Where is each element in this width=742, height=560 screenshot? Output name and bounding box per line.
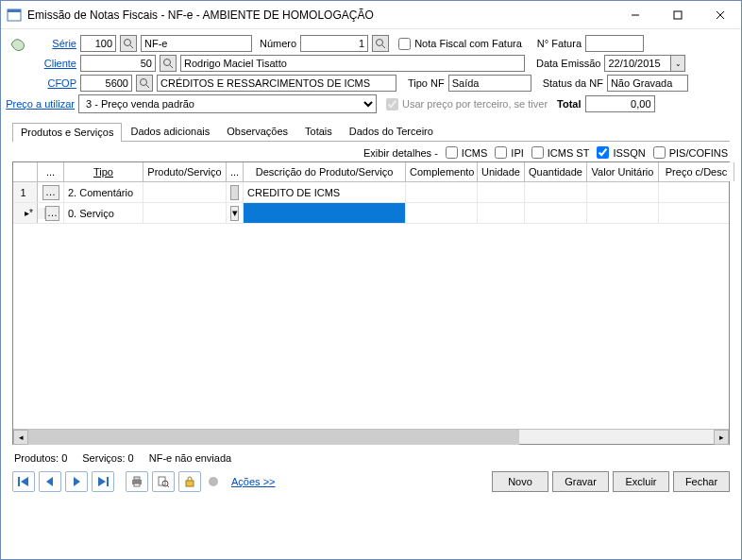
tipo-nf-input[interactable] — [448, 75, 531, 92]
total-input[interactable] — [585, 95, 655, 112]
tab-observacoes[interactable]: Observações — [218, 122, 296, 141]
nav-next-button[interactable] — [65, 471, 88, 492]
cell-tipo[interactable]: 2. Comentário — [64, 182, 143, 202]
svg-marker-16 — [46, 477, 53, 486]
acoes-link[interactable]: Ações >> — [231, 476, 275, 487]
check-pis-cofins[interactable]: PIS/COFINS — [653, 146, 728, 159]
row-lookup-button[interactable] — [230, 185, 239, 200]
minimize-button[interactable] — [614, 1, 656, 28]
cell-qtd[interactable] — [525, 203, 587, 223]
svg-point-6 — [125, 40, 131, 46]
cell-tipo[interactable]: 0. Serviço — [64, 203, 143, 223]
maximize-button[interactable] — [656, 1, 699, 28]
scroll-thumb[interactable] — [28, 430, 519, 445]
cell-uni[interactable] — [478, 182, 525, 202]
close-button[interactable] — [699, 1, 741, 28]
nav-first-button[interactable] — [12, 471, 35, 492]
col-preco-desc[interactable]: Preço c/Desc — [659, 162, 734, 181]
tab-dados-adicionais[interactable]: Dados adicionais — [122, 122, 218, 141]
cell-ps[interactable] — [143, 203, 227, 223]
col-unidade[interactable]: Unidade — [478, 162, 525, 181]
status-dot-icon — [209, 477, 218, 486]
svg-rect-3 — [674, 11, 682, 19]
cell-vu[interactable] — [587, 182, 659, 202]
cfop-link[interactable]: CFOP — [39, 77, 76, 89]
col-descricao[interactable]: Descrição do Produto/Serviço — [244, 162, 406, 181]
nav-last-button[interactable] — [92, 471, 114, 492]
cell-qtd[interactable] — [525, 182, 587, 202]
nav-prev-button[interactable] — [39, 471, 61, 492]
cell-desc[interactable]: CREDITO DE ICMS — [244, 182, 406, 202]
gravar-button[interactable]: Gravar — [552, 471, 609, 492]
cell-uni[interactable] — [478, 203, 525, 223]
cell-comp[interactable] — [406, 182, 478, 202]
row-number: 1 — [13, 182, 38, 202]
scroll-left-button[interactable]: ◂ — [13, 430, 28, 445]
nf-com-fatura-check[interactable]: Nota Fiscal com Fatura — [398, 38, 522, 50]
tab-produtos-servicos[interactable]: Produtos e Serviços — [12, 123, 122, 142]
cliente-search-button[interactable] — [160, 55, 177, 72]
numero-label: Número — [260, 38, 296, 49]
preview-button[interactable] — [152, 471, 175, 492]
row-action-button[interactable]: … — [42, 185, 59, 200]
n-fatura-input[interactable] — [585, 35, 644, 52]
col-complemento[interactable]: Complemento — [406, 162, 478, 181]
numero-search-button[interactable] — [372, 35, 389, 52]
col-quantidade[interactable]: Quantidade — [525, 162, 587, 181]
grid-horizontal-scrollbar[interactable]: ◂ ▸ — [13, 429, 729, 444]
serie-input[interactable] — [80, 35, 116, 52]
check-issqn[interactable]: ISSQN — [597, 146, 645, 159]
col-lookup[interactable]: ... — [227, 162, 244, 181]
svg-line-7 — [130, 45, 133, 48]
tab-totais[interactable]: Totais — [296, 122, 341, 141]
cell-vu[interactable] — [587, 203, 659, 223]
svg-rect-22 — [134, 484, 140, 486]
col-tipo[interactable]: Tipo — [64, 162, 143, 181]
row-indicator-editing: ▸* — [13, 203, 38, 223]
check-ipi[interactable]: IPI — [495, 146, 523, 159]
cfop-code-input[interactable] — [80, 75, 132, 92]
serie-search-button[interactable] — [120, 35, 137, 52]
preco-link[interactable]: Preço a utilizar — [1, 98, 75, 110]
novo-button[interactable]: Novo — [492, 471, 548, 492]
fechar-button[interactable]: Fechar — [673, 471, 730, 492]
svg-point-12 — [141, 79, 147, 86]
data-emissao-dropdown[interactable]: ⌄ — [670, 55, 685, 72]
status-nf-input[interactable] — [607, 75, 688, 92]
cell-comp[interactable] — [406, 203, 478, 223]
cell-pc[interactable] — [659, 182, 729, 202]
cliente-link[interactable]: Cliente — [39, 58, 76, 69]
col-actions[interactable]: ... — [38, 162, 64, 181]
lock-button[interactable] — [178, 471, 201, 492]
row-action-button[interactable]: … — [45, 206, 59, 221]
usar-preco-terceiro-check: Usar preço por terceiro, se tiver — [386, 98, 548, 110]
servicos-count-value: 0 — [128, 452, 134, 464]
excluir-button[interactable]: Excluir — [613, 471, 669, 492]
cell-desc[interactable] — [244, 203, 406, 223]
app-icon — [7, 8, 22, 23]
check-icms[interactable]: ICMS — [446, 146, 488, 159]
serie-link[interactable]: Série — [39, 38, 76, 49]
data-emissao-input[interactable] — [604, 55, 670, 72]
tab-dados-terceiro[interactable]: Dados do Terceiro — [341, 122, 442, 141]
scroll-right-button[interactable]: ▸ — [714, 430, 729, 445]
row-lookup-dropdown[interactable]: ▾ — [230, 206, 239, 221]
cell-ps[interactable] — [143, 182, 227, 202]
numero-input[interactable] — [300, 35, 368, 52]
check-icms-st[interactable]: ICMS ST — [531, 146, 590, 159]
servicos-count-label: Serviços: — [82, 452, 125, 464]
col-valor-unitario[interactable]: Valor Unitário — [587, 162, 659, 181]
cliente-code-input[interactable] — [80, 55, 156, 72]
cfop-search-button[interactable] — [136, 75, 153, 92]
print-button[interactable] — [126, 471, 148, 492]
col-produto-servico[interactable]: Produto/Serviço — [143, 162, 227, 181]
preco-select[interactable]: 3 - Preço venda padrão — [78, 94, 377, 113]
cfop-desc-input[interactable] — [157, 75, 396, 92]
nfe-type-input[interactable] — [141, 35, 252, 52]
grid-row[interactable]: 1 … 2. Comentário CREDITO DE ICMS — [13, 182, 729, 203]
grid-row[interactable]: ▸* 2… 0. Serviço ▾ — [13, 203, 729, 224]
cell-pc[interactable] — [659, 203, 729, 223]
cliente-name-input[interactable] — [180, 55, 525, 72]
svg-rect-21 — [134, 477, 140, 480]
status-nf-label: Status da NF — [543, 77, 603, 89]
